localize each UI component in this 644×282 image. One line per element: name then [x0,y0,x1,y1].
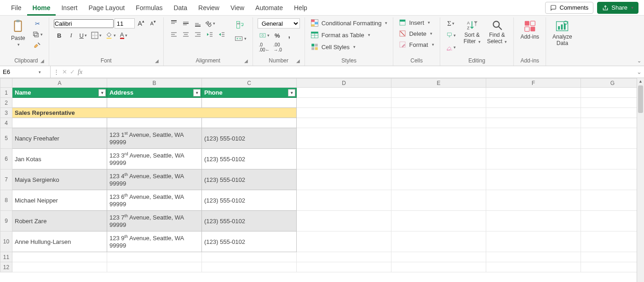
cell-G3[interactable] [581,108,644,118]
row-header-7[interactable]: 7 [0,169,12,190]
format-as-table-button[interactable]: Format as Table▾ [310,30,389,39]
cell-F5[interactable] [486,128,581,149]
align-middle-button[interactable] [180,18,191,28]
align-right-button[interactable] [192,29,203,39]
vertical-scrollbar[interactable]: ▲ [637,78,644,282]
format-painter-button[interactable] [31,40,44,51]
cell-C8[interactable]: (123) 555-0102 [202,190,297,211]
bold-button[interactable]: B [54,30,65,40]
cell-D1[interactable] [297,88,391,98]
tab-automate[interactable]: Automate [250,0,288,16]
increase-font-button[interactable]: A▴ [136,18,147,28]
decrease-indent-button[interactable] [204,29,215,39]
row-header-3[interactable]: 3 [0,108,12,118]
comma-format-button[interactable]: , [284,30,295,40]
cell-E9[interactable] [391,211,486,231]
find-select-button[interactable]: Find &Select ▾ [485,18,509,46]
select-all-button[interactable] [0,79,12,88]
col-header-G[interactable]: G [581,79,644,88]
cell-D2[interactable] [297,98,391,108]
cell-C1[interactable]: Phone▾ [202,88,297,98]
analyze-data-button[interactable]: AnalyzeData [551,18,574,48]
cell-C7[interactable]: (123) 555-0102 [202,169,297,190]
tab-home[interactable]: Home [27,0,56,16]
cell-B6[interactable]: 123 3rd Avenue, Seattle, WA 99999 [107,149,202,169]
cell-G7[interactable] [581,169,644,190]
comments-button[interactable]: Comments [545,2,593,14]
accounting-format-button[interactable]: ▾ [258,30,271,40]
addins-button[interactable]: Add-ins [518,18,541,41]
dialog-launcher-icon[interactable]: ◢ [296,58,300,63]
cell-E12[interactable] [391,262,486,272]
clear-button[interactable]: ▾ [445,42,457,52]
decrease-font-button[interactable]: A▾ [148,18,159,28]
cell-F11[interactable] [486,252,581,262]
row-header-9[interactable]: 9 [0,211,12,231]
cell-G12[interactable] [581,262,644,272]
italic-button[interactable]: I [66,30,77,40]
cell-F12[interactable] [486,262,581,272]
col-header-C[interactable]: C [202,79,297,88]
cell-B5[interactable]: 123 1st Avenue, Seattle, WA 99999 [107,128,202,149]
cell-C9[interactable]: (123) 555-0102 [202,211,297,231]
share-button[interactable]: Share ▾ [597,2,638,14]
format-cells-button[interactable]: Format▾ [398,40,435,49]
cell-G1[interactable] [581,88,644,98]
cell-G6[interactable] [581,149,644,169]
cell-A11[interactable] [12,252,107,262]
cell-D7[interactable] [297,169,391,190]
delete-cells-button[interactable]: Delete▾ [398,29,435,38]
dialog-launcher-icon[interactable]: ◢ [40,58,44,63]
name-box[interactable]: ▾ [0,66,51,78]
cell-F2[interactable] [486,98,581,108]
cell-A2[interactable] [12,98,107,108]
cell-C5[interactable]: (123) 555-0102 [202,128,297,149]
paste-button[interactable]: Paste ▾ [8,18,28,47]
cell-E7[interactable] [391,169,486,190]
filter-button[interactable]: ▾ [98,89,106,96]
insert-function-button[interactable]: fx [78,68,82,76]
row-header-1[interactable]: 1 [0,88,12,98]
expand-formula-bar-button[interactable]: ⌄ [634,68,644,75]
row-header-5[interactable]: 5 [0,128,12,149]
cell-D12[interactable] [297,262,391,272]
cell-A5[interactable]: Nancy Freehafer [12,128,107,149]
cell-F10[interactable] [486,231,581,252]
cell-E11[interactable] [391,252,486,262]
collapse-ribbon-button[interactable]: ⌄ [637,58,641,64]
cell-B10[interactable]: 123 9th Avenue, Seattle, WA 99999 [107,231,202,252]
formula-input[interactable] [85,66,634,78]
align-bottom-button[interactable] [192,18,203,28]
tab-file[interactable]: File [6,0,27,16]
font-size-input[interactable] [115,18,135,28]
tab-page-layout[interactable]: Page Layout [83,0,130,16]
font-color-button[interactable]: A▾ [118,30,129,40]
cell-G2[interactable] [581,98,644,108]
cell-E4[interactable] [391,118,486,128]
cell-B2[interactable] [107,98,202,108]
chevron-down-icon[interactable]: ▾ [39,70,41,74]
cell-B7[interactable]: 123 4th Avenue, Seattle, WA 99999 [107,169,202,190]
insert-cells-button[interactable]: Insert▾ [398,18,435,27]
align-center-button[interactable] [180,29,191,39]
cell-A7[interactable]: Maiya Sergienko [12,169,107,190]
cell-A8[interactable]: Michael Neipper [12,190,107,211]
conditional-formatting-button[interactable]: Conditional Formatting▾ [310,18,389,28]
row-header-10[interactable]: 10 [0,231,12,252]
filter-button[interactable]: ▾ [288,89,295,96]
borders-button[interactable]: ▾ [90,30,103,40]
cell-A1[interactable]: Name▾ [12,88,107,98]
row-header-4[interactable]: 4 [0,118,12,128]
copy-button[interactable]: ▾ [31,29,44,39]
enter-formula-button[interactable]: ✓ [70,68,75,75]
cell-G8[interactable] [581,190,644,211]
row-header-6[interactable]: 6 [0,149,12,169]
cell-G4[interactable] [581,118,644,128]
tab-review[interactable]: Review [193,0,225,16]
col-header-D[interactable]: D [297,79,391,88]
cell-E2[interactable] [391,98,486,108]
cell-F4[interactable] [486,118,581,128]
number-format-select[interactable]: General [258,18,300,28]
cell-E8[interactable] [391,190,486,211]
cell-F3[interactable] [486,108,581,118]
